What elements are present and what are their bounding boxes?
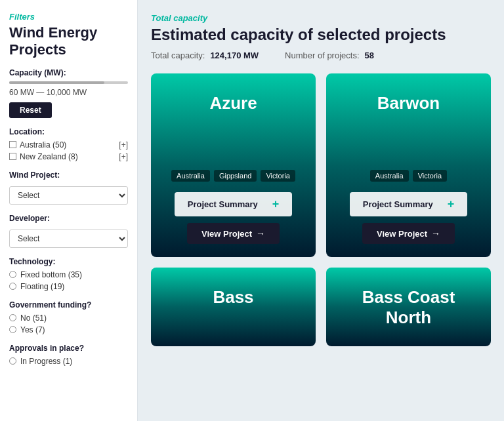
location-list: Australia (50) [+] New Zealand (8) [+] bbox=[9, 140, 128, 161]
tech-fixed-bottom[interactable]: Fixed bottom (35) bbox=[9, 270, 128, 279]
tech-fixed-label: Fixed bottom (35) bbox=[20, 270, 82, 279]
technology-label: Technology: bbox=[9, 257, 128, 266]
num-projects-stat: Number of projects: 58 bbox=[285, 50, 374, 60]
gov-funding-label: Government funding? bbox=[9, 300, 128, 310]
tag-victoria: Victoria bbox=[261, 170, 295, 182]
gov-no-radio[interactable] bbox=[9, 314, 16, 321]
barwon-summary-plus-icon: + bbox=[448, 197, 455, 211]
wind-project-select[interactable]: Select bbox=[9, 186, 128, 205]
wind-project-label: Wind Project: bbox=[9, 170, 128, 180]
cards-grid: Azure Australia Gippsland Victoria Proje… bbox=[151, 73, 491, 346]
barwon-view-button[interactable]: View Project → bbox=[362, 223, 455, 244]
nz-label: New Zealand (8) bbox=[20, 152, 78, 161]
tech-floating-label: Floating (19) bbox=[20, 282, 64, 291]
approvals-label: Approvals in place? bbox=[9, 344, 128, 353]
approval-label: In Progress (1) bbox=[20, 357, 72, 366]
gov-yes-label: Yes (7) bbox=[20, 325, 45, 334]
card-bass-coast-title: Bass Coast North bbox=[339, 287, 478, 328]
azure-view-button[interactable]: View Project → bbox=[187, 223, 280, 244]
filters-label: Filters bbox=[9, 12, 128, 22]
total-capacity-label: Total capacity bbox=[151, 13, 491, 23]
australia-expand[interactable]: [+] bbox=[119, 140, 128, 150]
total-capacity-stat-value: 124,170 MW bbox=[210, 50, 259, 60]
azure-arrow-icon: → bbox=[256, 228, 265, 239]
capacity-range-bar[interactable] bbox=[9, 81, 128, 84]
tag-gippsland: Gippsland bbox=[214, 170, 257, 182]
reset-button[interactable]: Reset bbox=[9, 102, 52, 118]
tech-fixed-radio[interactable] bbox=[9, 271, 16, 278]
approval-radio[interactable] bbox=[9, 357, 16, 365]
tag-barwon-australia: Australia bbox=[370, 170, 409, 182]
azure-summary-label: Project Summary bbox=[188, 199, 258, 209]
approvals-list: In Progress (1) bbox=[9, 357, 128, 366]
australia-checkbox[interactable] bbox=[9, 141, 16, 148]
gov-no-label: No (51) bbox=[20, 313, 47, 323]
num-projects-stat-value: 58 bbox=[365, 50, 374, 60]
azure-summary-button[interactable]: Project Summary + bbox=[175, 192, 292, 216]
tech-floating-radio[interactable] bbox=[9, 283, 16, 290]
card-azure-tags: Australia Gippsland Victoria bbox=[171, 170, 295, 182]
technology-list: Fixed bottom (35) Floating (19) bbox=[9, 270, 128, 291]
nz-checkbox[interactable] bbox=[9, 153, 16, 160]
gov-no[interactable]: No (51) bbox=[9, 313, 128, 323]
barwon-summary-label: Project Summary bbox=[363, 199, 433, 209]
card-azure-title: Azure bbox=[209, 93, 257, 113]
location-item-nz[interactable]: New Zealand (8) [+] bbox=[9, 152, 128, 161]
barwon-view-label: View Project bbox=[377, 229, 427, 239]
location-label: Location: bbox=[9, 127, 128, 136]
project-card-bass-coast: Bass Coast North bbox=[326, 268, 491, 346]
sidebar-title: Wind Energy Projects bbox=[9, 24, 128, 59]
project-card-azure: Azure Australia Gippsland Victoria Proje… bbox=[151, 73, 316, 257]
main-content: Total capacity Estimated capacity of sel… bbox=[138, 0, 504, 421]
card-barwon-tags: Australia Victoria bbox=[370, 170, 447, 182]
developer-select[interactable]: Select bbox=[9, 230, 128, 248]
main-heading: Estimated capacity of selected projects bbox=[151, 26, 491, 44]
project-card-barwon: Barwon Australia Victoria Project Summar… bbox=[326, 73, 491, 257]
barwon-summary-button[interactable]: Project Summary + bbox=[350, 192, 467, 216]
capacity-label: Capacity (MW): bbox=[9, 68, 128, 77]
num-projects-stat-label: Number of projects: bbox=[285, 50, 359, 60]
gov-funding-list: No (51) Yes (7) bbox=[9, 313, 128, 334]
tag-australia: Australia bbox=[171, 170, 210, 182]
total-capacity-stat-label: Total capacity: bbox=[151, 50, 205, 60]
tag-barwon-victoria: Victoria bbox=[413, 170, 447, 182]
approval-in-progress[interactable]: In Progress (1) bbox=[9, 357, 128, 366]
card-barwon-title: Barwon bbox=[377, 93, 440, 113]
australia-label: Australia (50) bbox=[20, 140, 66, 150]
nz-expand[interactable]: [+] bbox=[119, 152, 128, 161]
location-item-australia[interactable]: Australia (50) [+] bbox=[9, 140, 128, 150]
barwon-arrow-icon: → bbox=[431, 228, 440, 239]
tech-floating[interactable]: Floating (19) bbox=[9, 282, 128, 291]
card-bass-title: Bass bbox=[213, 287, 253, 308]
total-capacity-stat: Total capacity: 124,170 MW bbox=[151, 50, 259, 60]
developer-label: Developer: bbox=[9, 214, 128, 223]
azure-summary-plus-icon: + bbox=[272, 197, 280, 211]
project-card-bass: Bass bbox=[151, 268, 316, 346]
stats-row: Total capacity: 124,170 MW Number of pro… bbox=[151, 50, 491, 60]
gov-yes-radio[interactable] bbox=[9, 326, 16, 333]
gov-yes[interactable]: Yes (7) bbox=[9, 325, 128, 334]
sidebar: Filters Wind Energy Projects Capacity (M… bbox=[0, 0, 138, 421]
azure-view-label: View Project bbox=[201, 229, 252, 239]
capacity-range-text: 60 MW — 10,000 MW bbox=[9, 88, 128, 97]
